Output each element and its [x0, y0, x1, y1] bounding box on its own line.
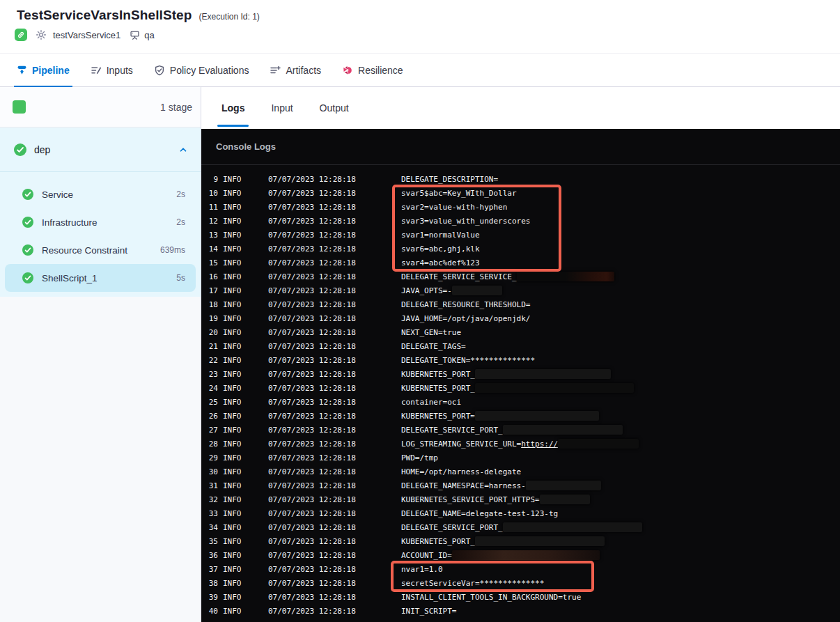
tab-pipeline[interactable]: Pipeline [14, 54, 72, 86]
log-line-number: 25 [201, 396, 218, 410]
log-timestamp: 07/07/2023 12:28:18 [268, 173, 401, 187]
log-line: 37INFO07/07/2023 12:28:18nvar1=1.0 [201, 563, 840, 577]
environment-name[interactable]: qa [144, 30, 154, 40]
log-level: INFO [223, 354, 268, 368]
log-line-number: 13 [201, 228, 218, 242]
log-message: LOG_STREAMING_SERVICE_URL=https:// [401, 440, 639, 449]
log-text: secretServiceVar=************** [401, 579, 544, 588]
log-message: DELEGATE_SERVICE_PORT_ [401, 523, 642, 532]
log-level: INFO [223, 479, 268, 493]
redacted-text [475, 369, 611, 379]
log-line-number: 30 [201, 465, 218, 479]
stage-group-dep[interactable]: dep [0, 127, 201, 171]
log-timestamp: 07/07/2023 12:28:18 [268, 228, 401, 242]
log-text: svar5$abc=Key_WIth_Dollar [401, 189, 517, 198]
tab-artifacts[interactable]: Artifacts [267, 54, 324, 86]
environment-icon [130, 30, 140, 40]
log-level: INFO [223, 312, 268, 326]
artifacts-icon [270, 65, 281, 76]
log-level: INFO [223, 507, 268, 521]
page-title: TestServiceVarsInShellStep [17, 8, 192, 23]
step-list: Service2sInfrastructure2sResource Constr… [0, 172, 201, 297]
console: Console Logs 9INFO07/07/2023 12:28:18DEL… [201, 129, 840, 622]
stage-status-square[interactable] [13, 100, 26, 114]
log-level: INFO [223, 382, 268, 396]
log-tab-output[interactable]: Output [316, 87, 353, 129]
log-text: DELEGATE_DESCRIPTION= [401, 175, 498, 184]
log-line: 19INFO07/07/2023 12:28:18JAVA_HOME=/opt/… [201, 312, 840, 326]
redacted-text [475, 536, 605, 546]
log-line-number: 31 [201, 479, 218, 493]
log-message: KUBERNETES_PORT_ [401, 537, 605, 546]
log-link[interactable]: https:// [521, 440, 558, 449]
log-timestamp: 07/07/2023 12:28:18 [268, 284, 401, 298]
log-message: JAVA_OPTS=- [401, 286, 502, 295]
log-timestamp: 07/07/2023 12:28:18 [268, 423, 401, 437]
stage-summary-row: 1 stage [0, 87, 201, 127]
tab-policy-evaluations[interactable]: Policy Evaluations [151, 54, 252, 86]
tab-inputs[interactable]: Inputs [88, 54, 136, 86]
resilience-icon [342, 65, 353, 76]
shield-check-icon [154, 65, 165, 76]
log-line: 30INFO07/07/2023 12:28:18HOME=/opt/harne… [201, 465, 840, 479]
log-line: 26INFO07/07/2023 12:28:18KUBERNETES_PORT… [201, 410, 840, 423]
log-text: KUBERNETES_PORT_ [401, 370, 475, 379]
log-timestamp: 07/07/2023 12:28:18 [268, 187, 401, 201]
log-line: 36INFO07/07/2023 12:28:18ACCOUNT_ID= [201, 549, 840, 563]
log-text: DELEGATE_SERVICE_SERVICE_ [401, 272, 517, 281]
log-line: 31INFO07/07/2023 12:28:18DELEGATE_NAMESP… [201, 479, 840, 493]
log-line: 40INFO07/07/2023 12:28:18INIT_SCRIPT= [201, 605, 840, 619]
log-level: INFO [223, 173, 268, 187]
log-line-number: 15 [201, 256, 218, 270]
stage-group: dep Service2sInfrastructure2sResource Co… [0, 127, 201, 297]
log-message: DELEGATE_TAGS= [401, 342, 466, 351]
log-message: DELEGATE_DESCRIPTION= [401, 175, 498, 184]
log-text: svar2=value-with-hyphen [401, 203, 507, 212]
log-text: DELEGATE_SERVICE_PORT_ [401, 426, 503, 435]
chevron-up-icon[interactable] [178, 145, 188, 155]
log-text: DELEGATE_TOKEN=************** [401, 356, 535, 365]
step-service[interactable]: Service2s [5, 180, 196, 208]
log-line: 28INFO07/07/2023 12:28:18LOG_STREAMING_S… [201, 437, 840, 451]
log-tab-logs[interactable]: Logs [217, 87, 249, 129]
log-text: svar1=normalValue [401, 231, 480, 240]
redacted-text [503, 522, 642, 532]
log-tab-input[interactable]: Input [267, 87, 297, 129]
log-line: 14INFO07/07/2023 12:28:18svar6=abc,ghj,k… [201, 242, 840, 256]
log-level: INFO [223, 423, 268, 437]
step-infrastructure[interactable]: Infrastructure2s [5, 208, 196, 236]
step-duration: 2s [176, 189, 185, 199]
log-text: LOG_STREAMING_SERVICE_URL= [401, 440, 521, 449]
log-text: DELEGATE_NAME=delegate-test-123-tg [401, 509, 558, 518]
log-level: INFO [223, 201, 268, 215]
service-name[interactable]: testVarsService1 [53, 30, 120, 40]
log-line-number: 35 [201, 535, 218, 549]
log-line-number: 40 [201, 605, 218, 619]
log-message: ACCOUNT_ID= [401, 551, 600, 560]
log-timestamp: 07/07/2023 12:28:18 [268, 521, 401, 535]
log-timestamp: 07/07/2023 12:28:18 [268, 563, 401, 577]
step-shellscript-1[interactable]: ShellScript_15s [5, 264, 196, 292]
step-label: Resource Constraint [42, 245, 127, 256]
log-level: INFO [223, 577, 268, 591]
tab-resilience[interactable]: Resilience [339, 54, 406, 86]
step-duration: 5s [176, 273, 185, 283]
log-message: DELEGATE_NAME=delegate-test-123-tg [401, 509, 558, 518]
log-line: 23INFO07/07/2023 12:28:18KUBERNETES_PORT… [201, 368, 840, 382]
check-circle-icon [22, 189, 33, 200]
log-timestamp: 07/07/2023 12:28:18 [268, 479, 401, 493]
log-tab-bar: LogsInputOutput [201, 87, 840, 129]
log-level: INFO [223, 465, 268, 479]
log-line: 9INFO07/07/2023 12:28:18DELEGATE_DESCRIP… [201, 173, 840, 187]
log-line: 38INFO07/07/2023 12:28:18secretServiceVa… [201, 577, 840, 591]
log-line: 22INFO07/07/2023 12:28:18DELEGATE_TOKEN=… [201, 354, 840, 368]
tab-label: Resilience [358, 65, 403, 76]
step-resource-constraint[interactable]: Resource Constraint639ms [5, 236, 196, 264]
log-line-number: 24 [201, 382, 218, 396]
log-line-number: 28 [201, 437, 218, 451]
tab-label: Pipeline [32, 65, 70, 76]
log-timestamp: 07/07/2023 12:28:18 [268, 410, 401, 423]
log-text: KUBERNETES_SERVICE_PORT_HTTPS= [401, 495, 540, 504]
log-line-number: 16 [201, 270, 218, 284]
log-level: INFO [223, 396, 268, 410]
